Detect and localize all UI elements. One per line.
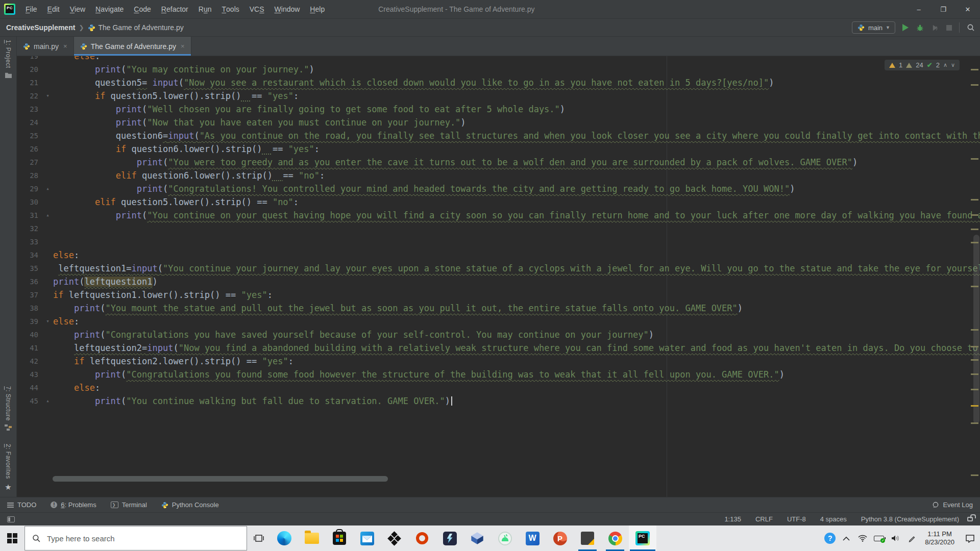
previous-problem-icon[interactable]: ∧ — [943, 62, 947, 68]
menu-refactor[interactable]: Refactor — [156, 0, 193, 18]
taskbar-chrome-icon[interactable] — [601, 525, 629, 551]
unlocked-padlock-icon[interactable] — [967, 517, 973, 521]
menu-help[interactable]: Help — [305, 0, 330, 18]
code-line[interactable]: 22▾ if question5.lower().strip() == "yes… — [17, 89, 980, 103]
code-line[interactable]: 41 leftquestion2=input("Now you find a a… — [17, 341, 980, 355]
code-line[interactable]: 32 — [17, 222, 980, 235]
breadcrumb-file[interactable]: The Game of Adventure.py — [98, 23, 183, 32]
task-view-button[interactable] — [247, 525, 271, 551]
tool-window-button-python[interactable]: Python Console — [161, 501, 219, 509]
file-encoding[interactable]: UTF-8 — [787, 515, 806, 523]
indent-style[interactable]: 4 spaces — [820, 515, 847, 523]
menu-code[interactable]: Code — [129, 0, 156, 18]
line-separator[interactable]: CRLF — [755, 515, 773, 523]
code-line[interactable]: 20 print("You may continue on your journ… — [17, 63, 980, 76]
taskbar-clock[interactable]: 1:11 PM 8/23/2020 — [920, 530, 960, 546]
menu-run[interactable]: Run — [193, 0, 217, 18]
run-button[interactable] — [902, 24, 909, 31]
taskbar-store-icon[interactable] — [326, 525, 353, 551]
tool-window-button-problems[interactable]: !6: Problems — [51, 501, 96, 509]
taskbar-diamond-app-icon[interactable] — [381, 525, 408, 551]
fold-down-icon[interactable]: ▾ — [42, 315, 53, 328]
tray-pen-icon[interactable] — [903, 535, 920, 542]
close-tab-icon[interactable]: × — [63, 42, 67, 50]
next-problem-icon[interactable]: ∨ — [951, 62, 955, 68]
taskbar-powerpoint-icon[interactable]: P — [546, 525, 574, 551]
horizontal-scrollbar[interactable] — [53, 476, 388, 482]
taskbar-search-input[interactable]: Type here to search — [24, 526, 247, 550]
menu-file[interactable]: File — [20, 0, 42, 18]
taskbar-sticky-notes-icon[interactable] — [574, 525, 601, 551]
debug-button[interactable] — [916, 23, 924, 32]
close-button[interactable]: ✕ — [955, 0, 980, 18]
tray-help-icon[interactable]: ? — [822, 533, 838, 544]
code-line[interactable]: 28 elif question6.lower().strip() == "no… — [17, 169, 980, 182]
tray-chevron-up-icon[interactable] — [838, 536, 854, 541]
menu-navigate[interactable]: Navigate — [90, 0, 129, 18]
tray-wifi-icon[interactable] — [854, 535, 871, 542]
code-line[interactable]: 23 print("Well chosen you are finally go… — [17, 103, 980, 116]
code-line[interactable]: 37if leftquestion1.lower().strip() == "y… — [17, 288, 980, 302]
code-line[interactable]: 26 if question6.lower().strip() == "yes"… — [17, 142, 980, 156]
fold-up-icon[interactable]: ▴ — [42, 394, 53, 408]
code-line[interactable]: 19 else: — [17, 56, 980, 63]
code-line[interactable]: 24 print("Now that you have eaten you mu… — [17, 116, 980, 129]
code-line[interactable]: 27 print("You were too greedy and as you… — [17, 156, 980, 169]
code-line[interactable]: 40 print("Congratulations you have saved… — [17, 328, 980, 341]
code-line[interactable]: 33 — [17, 235, 980, 248]
taskbar-office-icon[interactable] — [408, 525, 436, 551]
code-line[interactable]: 31▴ print("You continue on your quest ha… — [17, 209, 980, 222]
tool-window-button-todo[interactable]: TODO — [7, 501, 36, 509]
inspections-widget[interactable]: 1 24 ✔2 ∧ ∨ — [885, 60, 960, 70]
run-configuration-selector[interactable]: main ▼ — [852, 21, 895, 34]
taskbar-edge-icon[interactable] — [271, 525, 298, 551]
taskbar-file-explorer-icon[interactable] — [298, 525, 326, 551]
menu-window[interactable]: Window — [270, 0, 305, 18]
code-line[interactable]: 45▴ print("You continue walking but fall… — [17, 394, 980, 408]
code-line[interactable]: 38 print("You mount the statue and pull … — [17, 302, 980, 315]
action-center-icon[interactable] — [960, 534, 980, 543]
taskbar-android-studio-icon[interactable] — [491, 525, 519, 551]
editor-tab[interactable]: main.py× — [17, 37, 74, 56]
code-line[interactable]: 44 else: — [17, 381, 980, 394]
stop-button[interactable] — [946, 25, 952, 31]
breadcrumb-project[interactable]: CreativeSupplement — [6, 23, 75, 32]
code-editor[interactable]: 19 else:20 print("You may continue on yo… — [17, 56, 980, 497]
code-line[interactable]: 42 if leftquestion2.lower().strip() == "… — [17, 355, 980, 368]
taskbar-word-icon[interactable]: W — [519, 525, 546, 551]
code-line[interactable]: 39▾else: — [17, 315, 980, 328]
code-line[interactable]: 36print(leftquestion1) — [17, 275, 980, 288]
code-line[interactable]: 43 print("Congratulations you found some… — [17, 368, 980, 381]
menu-vcs[interactable]: VCS — [244, 0, 270, 18]
tool-window-toggle-icon[interactable] — [7, 516, 15, 522]
code-line[interactable]: 25 question6=input("As you continue on t… — [17, 129, 980, 142]
menu-view[interactable]: View — [65, 0, 90, 18]
maximize-button[interactable]: ❐ — [931, 0, 955, 18]
editor-tab[interactable]: The Game of Adventure.py× — [74, 37, 191, 56]
fold-up-icon[interactable]: ▴ — [42, 209, 53, 222]
taskbar-virtualbox-icon[interactable] — [463, 525, 491, 551]
taskbar-mail-icon[interactable] — [353, 525, 381, 551]
search-everywhere-icon[interactable] — [967, 23, 975, 32]
sidebar-item-structure[interactable]: 7: Structure — [5, 386, 12, 431]
fold-down-icon[interactable]: ▾ — [42, 89, 53, 103]
menu-tools[interactable]: Tools — [217, 0, 244, 18]
event-log-button[interactable]: Event Log — [932, 501, 973, 509]
menu-edit[interactable]: Edit — [42, 0, 65, 18]
sidebar-item-favorites[interactable]: 2: Favorites ★ — [5, 444, 12, 492]
code-line[interactable]: 30 elif question5.lower().strip() == "no… — [17, 195, 980, 209]
taskbar-pycharm-icon[interactable]: PC — [629, 525, 656, 551]
code-line[interactable]: 34else: — [17, 248, 980, 262]
sidebar-item-project[interactable]: 1: Project — [5, 40, 12, 79]
code-line[interactable]: 35 leftquestion1=input("You continue you… — [17, 262, 980, 275]
start-button[interactable] — [0, 525, 24, 551]
code-line[interactable]: 29▴ print("Congratulations! You controll… — [17, 182, 980, 195]
tray-volume-icon[interactable] — [887, 535, 903, 542]
run-with-coverage-button[interactable] — [931, 23, 939, 32]
code-area[interactable]: 19 else:20 print("You may continue on yo… — [17, 56, 980, 408]
minimize-button[interactable]: – — [906, 0, 931, 18]
code-line[interactable]: 21 question5= input("Now you see a resta… — [17, 76, 980, 89]
taskbar-lightning-app-icon[interactable] — [436, 525, 463, 551]
caret-position[interactable]: 1:135 — [724, 515, 741, 523]
fold-up-icon[interactable]: ▴ — [42, 182, 53, 195]
